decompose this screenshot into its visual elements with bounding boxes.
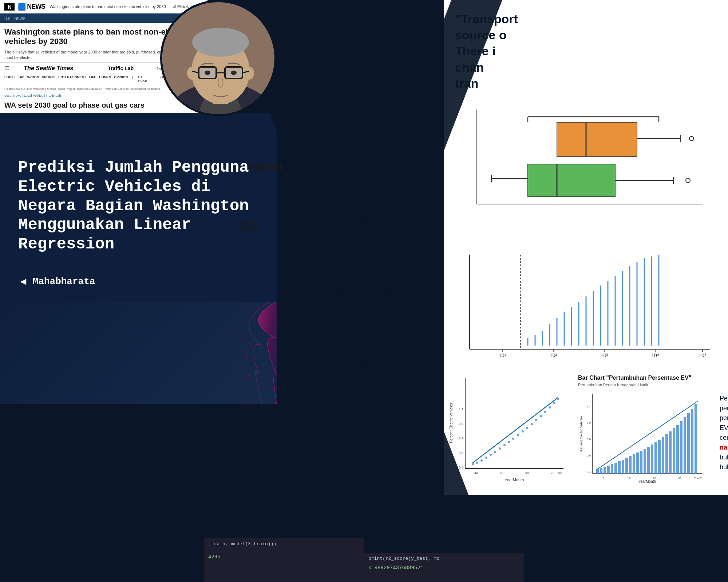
cat-entertainment[interactable]: ENTERTAINMENT [58, 75, 86, 83]
svg-point-9 [244, 67, 254, 80]
cat-opinion[interactable]: OPINION [114, 75, 128, 83]
top-right-panel: "Transportsource oThere ichantran [444, 0, 728, 247]
svg-text:YearM: YearM [694, 477, 703, 480]
svg-rect-118 [604, 467, 606, 474]
traffic-lab-label: Traffic Lab [84, 65, 157, 71]
code-panel-1: _train, model(X_train))) 4295 [204, 538, 364, 582]
scatter-bottom: Percent Electric Vehicles YearMonth 0.3 … [444, 371, 728, 495]
slide-panel: Prediksi Jumlah Pengguna Electric Vehicl… [0, 113, 277, 302]
svg-rect-122 [618, 461, 621, 474]
svg-rect-132 [654, 442, 657, 474]
svg-point-85 [490, 454, 492, 456]
svg-text:30: 30 [678, 477, 682, 480]
svg-rect-124 [625, 458, 628, 474]
svg-rect-127 [636, 453, 639, 474]
svg-text:Percent Electric Vehicles: Percent Electric Vehicles [449, 403, 453, 443]
svg-text:0.7: 0.7 [459, 436, 463, 440]
cat-sports[interactable]: SPORTS [42, 75, 55, 83]
svg-text:10¹: 10¹ [499, 352, 506, 358]
hamburger-icon[interactable]: ☰ [4, 65, 9, 72]
svg-rect-135 [665, 434, 668, 474]
cat-biz[interactable]: BIZ [19, 75, 24, 83]
main-container: N 🟦 NEWS Washington state plans to ban m… [0, 0, 728, 582]
svg-rect-128 [640, 451, 642, 474]
bar-chart-section: Bar Chart "Pertumbuhan Persentase EV" Pe… [574, 371, 712, 495]
nbc-header: N 🟦 NEWS Washington state plans to ban m… [0, 0, 207, 13]
cat-homes[interactable]: HOMES [99, 75, 111, 83]
right-text-section: Pertumbuhan persentase penggunaan EV cen… [712, 371, 728, 495]
svg-point-26 [689, 136, 694, 141]
svg-rect-121 [614, 463, 617, 474]
quote-text: "Transportsource oThere ichantran [455, 11, 717, 91]
svg-point-97 [544, 411, 546, 413]
svg-text:20: 20 [653, 477, 656, 480]
svg-text:0.9: 0.9 [587, 421, 591, 424]
svg-text:YearMonth: YearMonth [638, 479, 656, 483]
code-panel-2: print(r2_score(y_test, mo 0.989297437688… [364, 553, 524, 582]
st-article-title: WA sets 2030 goal to phase out gas cars [0, 99, 207, 112]
svg-text:YearMonth: YearMonth [505, 478, 524, 482]
svg-text:80: 80 [558, 471, 562, 475]
svg-point-83 [480, 459, 483, 462]
code-line-2 [208, 547, 360, 554]
svg-rect-123 [622, 460, 624, 474]
right-description: Pertumbuhan persentase penggunaan EV cen… [720, 394, 728, 472]
svg-text:0.3: 0.3 [459, 466, 463, 469]
st-sublinks: Politics Law & Justice Watchdog Mental H… [4, 87, 160, 91]
logo-text: Mahabharata [33, 276, 95, 287]
svg-rect-125 [629, 456, 632, 474]
svg-point-89 [508, 441, 510, 443]
svg-rect-139 [680, 421, 682, 474]
svg-rect-134 [662, 437, 664, 474]
svg-point-100 [557, 398, 559, 400]
svg-rect-120 [611, 464, 613, 474]
boxplot-container [444, 99, 728, 224]
svg-point-8 [187, 67, 197, 80]
svg-text:N: N [8, 4, 11, 10]
svg-rect-22 [557, 122, 637, 157]
bar-chart-subtitle: Pertumbuhan Persen Kendaraan Listrik [578, 383, 709, 387]
svg-rect-130 [647, 447, 650, 474]
cat-local[interactable]: LOCAL [4, 75, 16, 83]
bottom-dark-panel [0, 302, 277, 404]
svg-text:60: 60 [525, 471, 529, 475]
svg-point-95 [535, 419, 537, 421]
svg-text:1.1: 1.1 [459, 407, 463, 411]
svg-rect-119 [607, 466, 610, 474]
cat-life[interactable]: LIFE [89, 75, 96, 83]
scatter-plot-left: Percent Electric Vehicles YearMonth 0.3 … [444, 371, 574, 495]
code2-line-3: 0.9892974376889521 [368, 565, 520, 571]
svg-point-92 [522, 430, 524, 432]
bar-chart-svg: Percent Electric Vehicles YearMonth 0.4 … [578, 390, 709, 485]
the-ticket[interactable]: THE TICKET [138, 75, 149, 83]
log-chart-svg: 10¹ 10² 10³ 10⁴ 10⁵ [448, 251, 717, 367]
svg-rect-136 [669, 431, 672, 474]
svg-text:0.8: 0.8 [587, 438, 591, 441]
nbc-article-header: Washington state plans to ban most non-e… [50, 4, 173, 9]
nbc-logo: N 🟦 NEWS [4, 2, 45, 11]
svg-point-7 [192, 28, 249, 57]
svg-rect-141 [687, 413, 690, 474]
cat-nation[interactable]: NATION [27, 75, 39, 83]
svg-rect-142 [691, 409, 693, 474]
svg-point-90 [512, 438, 514, 440]
svg-text:0: 0 [603, 477, 605, 480]
svg-point-94 [531, 423, 533, 425]
wave-decoration [131, 302, 277, 404]
code2-line-1: print(r2_score(y_test, mo [368, 556, 520, 561]
svg-point-15 [205, 71, 210, 75]
svg-text:1.1: 1.1 [587, 405, 591, 408]
portrait-svg [162, 2, 277, 116]
slide-logo: ◄ Mahabharata [18, 276, 258, 287]
bar-chart-title: Bar Chart "Pertumbuhan Persentase EV" [578, 375, 709, 381]
svg-text:0.4: 0.4 [587, 470, 591, 474]
svg-point-99 [553, 402, 555, 404]
washington-text: ngton [248, 160, 282, 174]
svg-text:0.9: 0.9 [459, 422, 463, 426]
svg-point-84 [485, 457, 487, 459]
svg-point-81 [472, 463, 474, 465]
svg-text:10²: 10² [550, 352, 557, 358]
svg-point-98 [549, 406, 551, 408]
svg-point-33 [686, 178, 690, 183]
co-text: Co. [240, 218, 261, 234]
